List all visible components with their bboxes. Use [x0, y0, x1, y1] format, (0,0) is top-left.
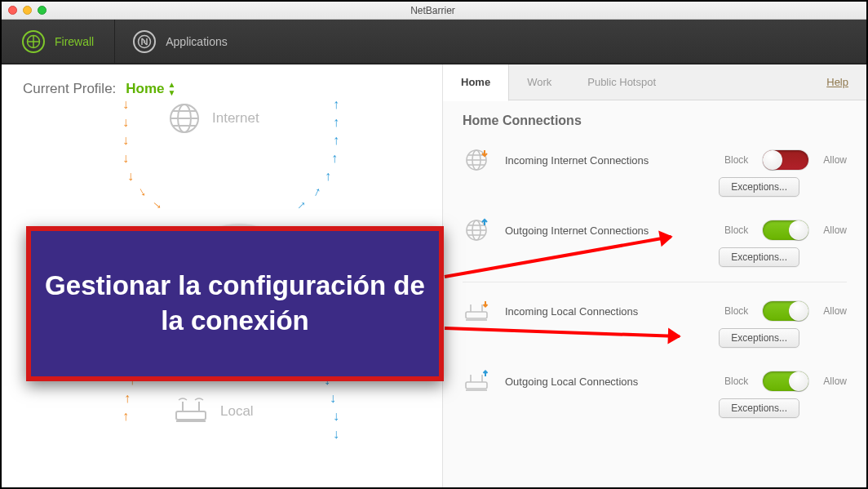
tab-public-hotspot[interactable]: Public Hotspot	[569, 64, 674, 100]
tab-firewall[interactable]: Firewall	[2, 20, 114, 63]
arrow-down-icon: ↓	[333, 409, 339, 424]
tab-applications-label: Applications	[166, 35, 228, 48]
conn-label: Outgoing Local Connections	[505, 376, 710, 388]
profile-selector[interactable]: Home ▲▼	[126, 81, 175, 97]
allow-label: Allow	[823, 224, 847, 236]
svg-rect-9	[176, 411, 206, 420]
allow-label: Allow	[823, 154, 847, 166]
minimize-button[interactable]	[23, 6, 32, 15]
globe-icon	[168, 102, 201, 135]
arrow-up-icon: ↑	[331, 151, 338, 166]
block-label: Block	[724, 154, 748, 166]
toggle-incoming-internet[interactable]	[763, 150, 808, 170]
sort-arrows-icon: ▲▼	[168, 81, 176, 97]
arrow-down-icon: ↓	[135, 184, 148, 200]
location-tabs: Home Work Public Hotspot Help	[443, 64, 866, 100]
main-toolbar: Firewall Applications	[2, 20, 866, 64]
arrow-up-icon: ↑	[294, 198, 309, 212]
globe-in-icon	[463, 146, 490, 174]
arrow-down-icon: ↓	[149, 198, 165, 212]
help-link[interactable]: Help	[826, 76, 848, 88]
row-outgoing-local: Outgoing Local Connections Block Allow	[463, 358, 847, 398]
arrow-up-icon: ↑	[325, 169, 331, 184]
tab-firewall-label: Firewall	[55, 35, 94, 48]
tab-applications[interactable]: Applications	[114, 20, 248, 63]
titlebar: NetBarrier	[2, 2, 866, 20]
window-title: NetBarrier	[46, 5, 819, 16]
block-label: Block	[724, 305, 748, 317]
arrow-down-icon: ↓	[122, 133, 129, 148]
annotation-text: Gestionar la configuración de la conexió…	[31, 269, 439, 339]
svg-rect-27	[466, 382, 487, 389]
annotation-callout: Gestionar la configuración de la conexió…	[26, 226, 444, 381]
arrow-up-icon: ↑	[124, 391, 131, 406]
app-window: NetBarrier Firewall Applications Current…	[0, 0, 868, 489]
arrow-down-icon: ↓	[127, 169, 134, 184]
profile-value-text: Home	[126, 81, 164, 97]
block-label: Block	[724, 376, 748, 387]
profile-row: Current Profile: Home ▲▼	[23, 81, 421, 97]
router-in-icon	[463, 297, 490, 325]
row-incoming-internet: Incoming Internet Connections Block Allo…	[463, 136, 847, 177]
block-label: Block	[724, 224, 748, 236]
exceptions-button[interactable]: Exceptions...	[719, 247, 799, 267]
arrow-up-icon: ↑	[333, 115, 339, 130]
traffic-lights	[8, 6, 46, 15]
arrow-up-icon: ↑	[312, 184, 324, 200]
arrow-down-icon: ↓	[330, 391, 336, 406]
internet-label: Internet	[212, 110, 259, 127]
row-incoming-local: Incoming Local Connections Block Allow	[463, 287, 847, 328]
right-pane: Home Work Public Hotspot Help Home Conne…	[442, 64, 866, 487]
close-button[interactable]	[8, 6, 17, 15]
zoom-button[interactable]	[38, 6, 46, 15]
allow-label: Allow	[823, 305, 847, 317]
toggle-incoming-local[interactable]	[763, 301, 808, 321]
conn-label: Incoming Internet Connections	[505, 154, 710, 167]
arrow-down-icon: ↓	[122, 97, 129, 112]
toggle-outgoing-local[interactable]	[763, 371, 808, 391]
separator	[463, 282, 847, 282]
router-icon	[173, 395, 209, 428]
arrow-down-icon: ↓	[333, 427, 339, 442]
firewall-icon	[22, 30, 45, 53]
conn-label: Outgoing Internet Connections	[505, 224, 710, 237]
arrow-up-icon: ↑	[333, 97, 339, 112]
internet-badge: Internet	[168, 102, 259, 135]
arrow-down-icon: ↓	[122, 151, 129, 166]
allow-label: Allow	[823, 376, 847, 387]
conn-label: Incoming Local Connections	[505, 305, 710, 318]
exceptions-button[interactable]: Exceptions...	[719, 177, 799, 197]
svg-rect-23	[466, 312, 487, 318]
section-title: Home Connections	[463, 113, 847, 128]
arrow-up-icon: ↑	[333, 133, 339, 148]
arrow-down-icon: ↓	[122, 115, 129, 130]
local-label: Local	[220, 403, 254, 420]
local-badge: Local	[173, 395, 254, 428]
exceptions-button[interactable]: Exceptions...	[719, 398, 799, 418]
tab-work[interactable]: Work	[509, 64, 569, 100]
toggle-outgoing-internet[interactable]	[763, 220, 808, 240]
applications-icon	[133, 30, 156, 53]
current-profile-label: Current Profile:	[23, 81, 116, 97]
exceptions-button[interactable]: Exceptions...	[719, 328, 799, 348]
arrow-up-icon: ↑	[122, 409, 129, 424]
tab-home[interactable]: Home	[443, 64, 509, 101]
router-out-icon	[463, 367, 490, 395]
globe-out-icon	[463, 216, 490, 244]
